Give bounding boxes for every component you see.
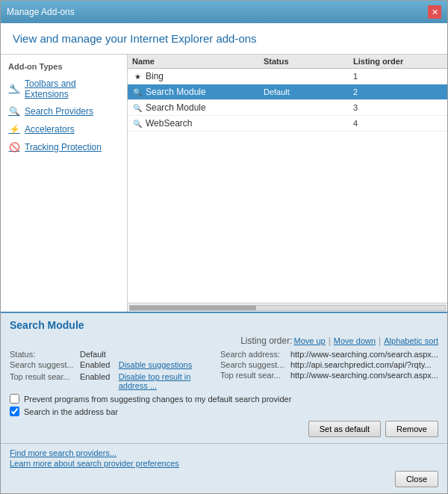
- suggest-url-label: Search suggest...: [220, 360, 287, 369]
- window-title: Manage Add-ons: [7, 7, 75, 17]
- table-row[interactable]: 🔍 WebSearch 4: [128, 116, 447, 132]
- tracking-icon: 🚫: [8, 141, 20, 153]
- close-button-bottom[interactable]: Close: [395, 471, 438, 487]
- cell-status-searchmodule1: Default: [264, 87, 353, 96]
- table-row[interactable]: 🔍 Search Module Default 2: [128, 84, 447, 100]
- disable-topresult-link[interactable]: Disable top result in address ...: [119, 372, 214, 390]
- sidebar-item-toolbars[interactable]: 🔧 Toolbars and Extensions: [4, 75, 124, 102]
- info-row-address: Search address: http://www-searching.com…: [220, 349, 438, 359]
- cell-name-bing: ★ Bing: [132, 71, 264, 81]
- sidebar-item-label-toolbars: Toolbars and Extensions: [25, 78, 119, 99]
- footer-button-row: Close: [10, 471, 438, 487]
- horizontal-scrollbar[interactable]: [128, 303, 447, 312]
- search-module-1-icon: 🔍: [132, 87, 143, 97]
- bing-icon: ★: [132, 71, 143, 81]
- footer-links: Find more search providers... Learn more…: [1, 443, 447, 493]
- info-right: Search address: http://www-searching.com…: [220, 349, 438, 391]
- suggest-value: Enabled: [80, 360, 110, 369]
- disable-suggestions-link[interactable]: Disable suggestions: [119, 360, 192, 369]
- right-panel: Name Status Listing order ★ Bing 1: [128, 55, 447, 312]
- info-left: Status: Default Search suggest... Enable…: [10, 349, 214, 391]
- manage-addons-window: Manage Add-ons ✕ View and manage your In…: [0, 0, 448, 494]
- header-text: View and manage your Internet Explorer a…: [13, 32, 257, 45]
- scrollbar-track: [129, 305, 446, 311]
- topresult-url-label: Top result sear...: [220, 371, 287, 380]
- cell-order-bing: 1: [353, 72, 443, 81]
- info-row-suggest-url: Search suggest... http://api.searchpredi…: [220, 359, 438, 370]
- cell-name-websearch: 🔍 WebSearch: [132, 118, 264, 129]
- scrollbar-thumb: [130, 306, 256, 310]
- address-value: http://www-searching.com/search.aspx...: [290, 350, 438, 359]
- toolbars-icon: 🔧: [8, 83, 20, 95]
- pipe-sep-2: |: [379, 336, 381, 346]
- set-as-default-button[interactable]: Set as default: [308, 421, 381, 437]
- prevent-programs-checkbox[interactable]: [10, 394, 19, 404]
- info-grid: Status: Default Search suggest... Enable…: [10, 349, 438, 391]
- search-address-bar-row: Search in the address bar: [10, 407, 438, 416]
- button-row: Set as default Remove: [10, 421, 438, 437]
- search-address-bar-checkbox[interactable]: [10, 407, 19, 416]
- sidebar-item-search[interactable]: 🔍 Search Providers: [4, 102, 124, 120]
- remove-button[interactable]: Remove: [385, 421, 438, 437]
- suggest-url-value: http://api.searchpredict.com/api/?rqty..…: [290, 360, 432, 369]
- websearch-icon: 🔍: [132, 118, 143, 129]
- cell-order-searchmodule1: 2: [353, 87, 443, 96]
- address-label: Search address:: [220, 350, 287, 359]
- sidebar-item-label-tracking: Tracking Protection: [25, 142, 102, 152]
- list-header: Name Status Listing order: [128, 55, 447, 69]
- prevent-programs-row: Prevent programs from suggesting changes…: [10, 394, 438, 404]
- info-row-topresult-url: Top result sear... http://www-searching.…: [220, 370, 438, 380]
- topresult-label: Top result sear...: [10, 372, 77, 381]
- suggest-label: Search suggest...: [10, 360, 77, 369]
- prevent-programs-label: Prevent programs from suggesting changes…: [24, 395, 291, 404]
- sidebar: Add-on Types 🔧 Toolbars and Extensions 🔍…: [1, 55, 128, 312]
- find-more-providers-link[interactable]: Find more search providers...: [10, 448, 438, 457]
- sidebar-item-accelerators[interactable]: ⚡ Accelerators: [4, 120, 124, 138]
- table-row[interactable]: 🔍 Search Module 3: [128, 100, 447, 116]
- sidebar-item-tracking[interactable]: 🚫 Tracking Protection: [4, 138, 124, 156]
- move-down-link[interactable]: Move down: [334, 336, 376, 345]
- cell-name-searchmodule2: 🔍 Search Module: [132, 102, 264, 113]
- main-content: Add-on Types 🔧 Toolbars and Extensions 🔍…: [1, 55, 447, 312]
- detail-title: Search Module: [10, 319, 438, 331]
- listing-order-label: Listing order:: [240, 336, 292, 346]
- detail-panel: Search Module Listing order: Move up | M…: [1, 312, 447, 443]
- search-address-bar-label: Search in the address bar: [24, 407, 118, 416]
- sidebar-item-label-search: Search Providers: [25, 106, 93, 117]
- col-name: Name: [132, 57, 264, 66]
- close-button[interactable]: ✕: [428, 5, 441, 19]
- header-banner: View and manage your Internet Explorer a…: [1, 23, 447, 55]
- pipe-sep-1: |: [329, 336, 331, 346]
- sidebar-item-label-accelerators: Accelerators: [25, 124, 75, 135]
- col-order: Listing order: [353, 57, 443, 66]
- title-bar: Manage Add-ons ✕: [1, 1, 447, 23]
- info-row-topresult: Top result sear... Enabled Disable top r…: [10, 371, 214, 391]
- status-value: Default: [80, 350, 106, 359]
- addon-types-label: Add-on Types: [4, 61, 124, 75]
- status-label: Status:: [10, 350, 77, 359]
- learn-more-link[interactable]: Learn more about search provider prefere…: [10, 459, 438, 468]
- col-status: Status: [264, 57, 353, 66]
- listing-order-row: Listing order: Move up | Move down | Alp…: [10, 336, 438, 346]
- info-row-suggest: Search suggest... Enabled Disable sugges…: [10, 359, 214, 371]
- cell-order-searchmodule2: 3: [353, 103, 443, 112]
- move-up-link[interactable]: Move up: [294, 336, 326, 345]
- topresult-value: Enabled: [80, 372, 110, 381]
- info-row-status: Status: Default: [10, 349, 214, 359]
- list-area: Name Status Listing order ★ Bing 1: [128, 55, 447, 312]
- cell-name-searchmodule1: 🔍 Search Module: [132, 87, 264, 97]
- topresult-url-value: http://www-searching.com/search.aspx...: [290, 371, 438, 380]
- alphabetic-sort-link[interactable]: Alphabetic sort: [384, 336, 438, 345]
- cell-order-websearch: 4: [353, 119, 443, 128]
- accelerators-icon: ⚡: [8, 123, 20, 135]
- list-body: ★ Bing 1 🔍 Search Module Default 2: [128, 69, 447, 303]
- search-providers-icon: 🔍: [8, 105, 20, 117]
- search-module-2-icon: 🔍: [132, 102, 143, 113]
- table-row[interactable]: ★ Bing 1: [128, 69, 447, 84]
